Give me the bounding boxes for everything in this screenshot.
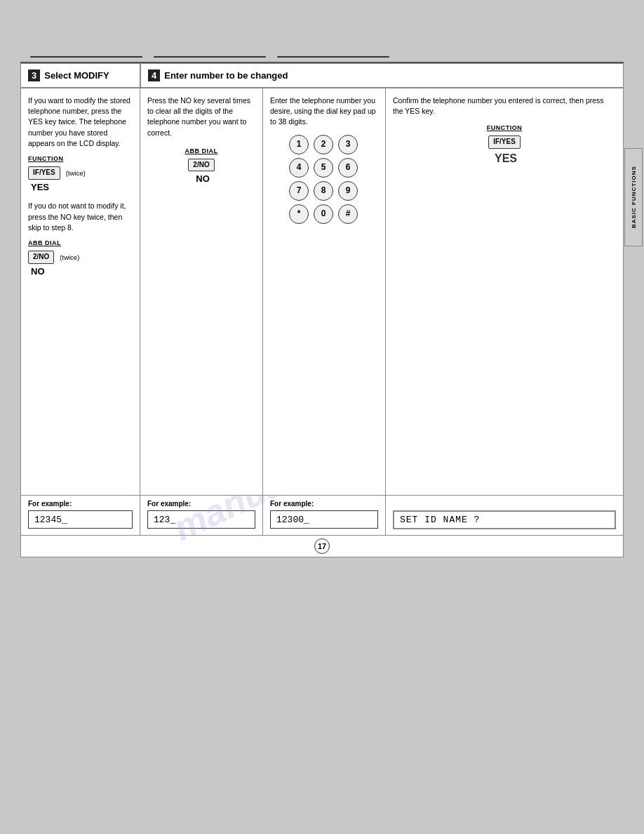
col-press-no: Press the NO key several times to clear … <box>140 88 263 495</box>
step-4-header: 4 Enter number to be changed <box>140 64 623 87</box>
dial-btn-0[interactable]: 0 <box>314 204 333 224</box>
example-label-1: For example: <box>28 500 133 508</box>
step-headers-row: 3 Select MODIFY 4 Enter number to be cha… <box>21 64 623 88</box>
col2-desc: Press the NO key several times to clear … <box>147 95 255 138</box>
example-col-1: For example: 12345_ <box>21 496 140 535</box>
step-3-header: 3 Select MODIFY <box>21 64 140 87</box>
dial-btn-6[interactable]: 6 <box>338 158 358 178</box>
col3-desc: Enter the telephone number you desire, u… <box>270 95 378 128</box>
example-label-4 <box>393 500 616 508</box>
col2-abbdial-block: ABB DIAL 2/NO NO <box>147 147 255 186</box>
col1-function-label: FUNCTION <box>28 154 133 164</box>
dial-btn-3[interactable]: 3 <box>338 135 358 154</box>
page-number-row: 17 <box>21 535 623 557</box>
step-4-num: 4 <box>148 70 160 81</box>
top-header-area <box>20 28 624 63</box>
col1-no-key: 2/NO <box>28 251 54 264</box>
columns-row: If you want to modify the stored telepho… <box>21 88 623 495</box>
col2-no-key: 2/NO <box>188 159 214 172</box>
col4-desc: Confirm the telephone number you entered… <box>393 95 616 117</box>
lcd-2: 123_ <box>147 510 255 529</box>
example-col-3: For example: 12300_ <box>263 496 386 535</box>
col2-abb-dial: ABB DIAL <box>147 147 255 156</box>
col1-abb-dial: ABB DIAL <box>28 239 133 248</box>
dialpad: 1 2 3 4 5 6 7 8 9 * 0 # <box>289 135 359 224</box>
dial-btn-1[interactable]: 1 <box>289 135 309 154</box>
col-confirm: Confirm the telephone number you entered… <box>386 88 623 495</box>
example-col-4: SET ID NAME ? <box>386 496 623 535</box>
col2-no-label: NO <box>150 173 255 186</box>
header-lines <box>20 56 389 58</box>
col4-function-label: FUNCTION <box>393 124 616 133</box>
dial-btn-2[interactable]: 2 <box>314 135 333 154</box>
col1-twice-2: (twice) <box>60 253 79 263</box>
dial-btn-4[interactable]: 4 <box>289 158 309 178</box>
step-3-title: Select MODIFY <box>44 70 109 81</box>
example-label-2: For example: <box>147 500 255 508</box>
dial-btn-7[interactable]: 7 <box>289 181 309 201</box>
example-col-2: For example: 123_ <box>140 496 263 535</box>
col1-desc1: If you want to modify the stored telepho… <box>28 95 133 149</box>
col1-no-label: NO <box>31 265 133 279</box>
examples-row: For example: 12345_ For example: 123_ Fo… <box>21 495 623 535</box>
main-page: manualshive.com BASIC FUNCTIONS 3 Select… <box>20 63 624 557</box>
dial-btn-5[interactable]: 5 <box>314 158 333 178</box>
step-3-num: 3 <box>28 70 40 81</box>
col4-function-block: FUNCTION IF/YES YES <box>393 124 616 166</box>
col4-yes-label: YES <box>396 150 616 166</box>
header-line-3 <box>277 56 389 58</box>
example-label-3: For example: <box>270 500 378 508</box>
page-number: 17 <box>314 538 330 554</box>
bottom-area <box>20 557 624 600</box>
col1-yes-key: IF/YES <box>28 166 60 180</box>
step-4-title: Enter number to be changed <box>164 70 288 81</box>
side-tab: BASIC FUNCTIONS <box>624 148 643 246</box>
col-select-modify: If you want to modify the stored telepho… <box>21 88 140 495</box>
header-line-1 <box>30 56 142 58</box>
col1-function-block: FUNCTION IF/YES (twice) YES <box>28 154 133 194</box>
set-name-lcd: SET ID NAME ? <box>393 510 616 529</box>
dial-btn-9[interactable]: 9 <box>338 181 358 201</box>
col-enter-number: Enter the telephone number you desire, u… <box>263 88 386 495</box>
lcd-3: 12300_ <box>270 510 378 529</box>
col1-desc2: If you do not want to modify it, press t… <box>28 201 133 233</box>
lcd-1: 12345_ <box>28 510 133 529</box>
col1-twice-1: (twice) <box>66 168 86 178</box>
dial-btn-star[interactable]: * <box>289 204 309 224</box>
col1-abbdial-block: ABB DIAL 2/NO (twice) NO <box>28 239 133 278</box>
header-line-2 <box>154 56 266 58</box>
dial-btn-8[interactable]: 8 <box>314 181 333 201</box>
col4-yes-key: IF/YES <box>488 135 521 149</box>
dial-btn-hash[interactable]: # <box>338 204 358 224</box>
col1-yes-label: YES <box>31 181 133 194</box>
